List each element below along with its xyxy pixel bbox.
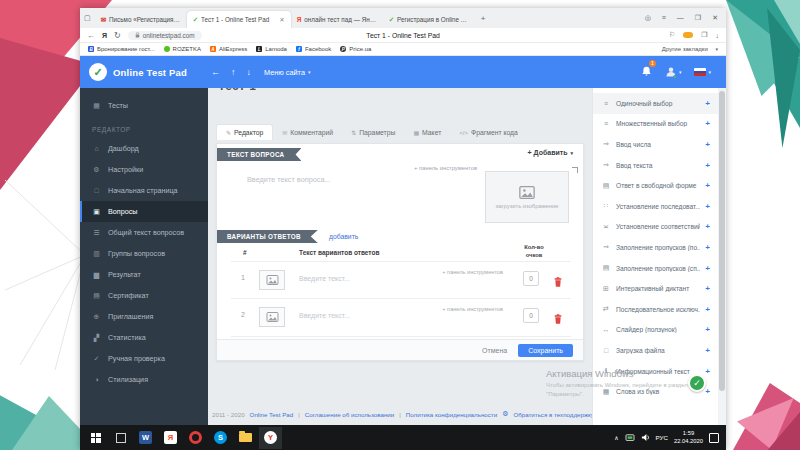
footer-terms-link[interactable]: Соглашение об использовании [305,411,394,418]
site-up-icon[interactable]: ↑ [231,67,236,77]
bookmark-facebook[interactable]: fFacebook [296,46,331,52]
tab-layout[interactable]: ▦Макет [404,125,450,140]
add-answer-link[interactable]: добавить [329,233,358,240]
window-restore-button[interactable]: ❐ [695,14,701,22]
protect-shield-icon[interactable]: ✓ [688,374,706,392]
site-menu-button[interactable]: Меню сайта▾ [264,68,310,77]
plus-icon[interactable]: + [705,99,710,108]
notifications-bell-icon[interactable]: 1 [641,63,652,81]
tab-panel-icon[interactable]: ▢ [84,14,91,22]
browser-menu-icon[interactable]: ≡ [662,14,666,22]
sidebar-item-start-page[interactable]: □Начальная страница [80,180,208,201]
sidebar-item-certificate[interactable]: ▤Сертификат [80,285,208,306]
plus-icon[interactable]: + [705,222,710,231]
plus-icon[interactable]: + [705,181,710,190]
sidebar-item-common-text[interactable]: ☰Общий текст вопросов [80,222,208,243]
plus-icon[interactable]: + [705,264,710,273]
taskbar-yandex[interactable]: Я [159,427,182,449]
sidebar-item-invitations[interactable]: ⊕Приглашения [80,306,208,327]
bookmark-booking[interactable]: BБронирование гост... [88,46,155,52]
plus-icon[interactable]: + [705,161,710,170]
qtype-multiple-choice[interactable]: ≡Множественный выбор+ [593,114,718,135]
tab-parameters[interactable]: ⇅Параметры [342,125,404,140]
answer-text-input[interactable]: Введите текст... [299,275,350,282]
toolbar-panel-link[interactable]: + панель инструментов [414,165,477,171]
qtype-interactive-dictation[interactable]: ⊞Интерактивный диктант+ [593,278,718,299]
cancel-button[interactable]: Отмена [482,347,507,354]
save-button[interactable]: Сохранить [518,344,573,357]
user-account-icon[interactable]: ▾ [665,66,682,78]
bookmark-lamoda[interactable]: LLamoda [256,46,287,52]
otp-logo-icon[interactable]: ✓ [89,63,107,81]
browser-profile-icon[interactable]: ◎ [645,14,651,22]
qtype-free-answer[interactable]: ▤Ответ в свободной форме+ [593,175,718,196]
collections-icon[interactable]: ❐ [701,31,707,39]
volume-icon[interactable] [641,433,650,442]
plus-icon[interactable]: + [705,284,710,293]
taskbar-word[interactable]: W [134,427,157,449]
clock[interactable]: 1:5922.04.2020 [674,430,703,444]
turbo-icon[interactable] [683,32,693,38]
footer-brand-link[interactable]: Online Test Pad [250,411,294,418]
window-minimize-button[interactable]: — [677,14,684,22]
browser-tab-active[interactable]: ✓ Тест 1 - Online Test Pad ✕ [187,11,291,28]
network-icon[interactable] [625,434,635,442]
answer-image-button[interactable] [259,270,285,290]
plus-icon[interactable]: + [705,305,710,314]
crop-icon[interactable] [572,167,578,173]
plus-icon[interactable]: + [705,202,710,211]
delete-answer-button[interactable] [554,310,562,328]
language-switcher[interactable]: ▾ [694,68,711,76]
new-tab-button[interactable]: + [481,14,486,23]
sidebar-item-statistics[interactable]: ▞Статистика [80,327,208,348]
site-down-icon[interactable]: ↓ [247,67,252,77]
language-indicator[interactable]: РУС [656,434,668,441]
sidebar-item-question-groups[interactable]: ▥Группы вопросов [80,243,208,264]
footer-privacy-link[interactable]: Политика конфиденциальности [406,411,497,418]
sidebar-item-result[interactable]: ▆Результат [80,264,208,285]
qtype-fill-gaps-list[interactable]: ▤Заполнение пропусков (сп...+ [593,258,718,279]
bookmark-aliexpress[interactable]: AAliExpress [210,46,247,52]
browser-tab[interactable]: ✓ Регистрация в Online Tes... [383,11,475,28]
plus-icon[interactable]: + [705,119,710,128]
qtype-fill-gaps-sequential[interactable]: ⇒Заполнение пропусков (по...+ [593,237,718,258]
address-bar[interactable]: onlinetestpad.com [128,31,202,40]
points-input[interactable]: 0 [523,271,539,286]
add-element-button[interactable]: + Добавить▾ [528,149,573,156]
bookmark-priceua[interactable]: PPrice.ua [340,46,371,52]
tab-comment[interactable]: ✉Комментарий [273,125,342,140]
plus-icon[interactable]: + [705,367,710,376]
task-view-button[interactable] [109,427,132,449]
browser-tab[interactable]: ✉ Письмо «Регистрация в O... [95,11,187,28]
bookmark-flag-icon[interactable]: ⚐ [669,31,675,39]
taskbar-explorer[interactable] [234,427,257,449]
browser-tab[interactable]: Я онлайн тест пад — Яндекс [291,11,383,28]
answer-image-button[interactable] [259,307,285,327]
upload-image-dropzone[interactable]: загрузить изображение [485,171,569,223]
start-button[interactable] [84,427,107,449]
toolbar-panel-link[interactable]: + панель инструментов [442,269,503,275]
sidebar-item-tests[interactable]: ▦Тесты [80,95,208,116]
bookmark-rozetka[interactable]: ROZETKA [164,46,201,52]
sidebar-item-questions[interactable]: ▣Вопросы [80,201,208,222]
browser-scrollbar[interactable] [718,88,726,425]
qtype-matching[interactable]: ≍Установление соответствий+ [593,217,718,238]
plus-icon[interactable]: + [705,346,710,355]
qtype-slider[interactable]: ↔Слайдер (ползунок)+ [593,320,718,341]
qtype-sequence[interactable]: ∷Установление последоват...+ [593,196,718,217]
tray-expand-icon[interactable]: ∧ [614,434,618,441]
plus-icon[interactable]: + [705,140,710,149]
taskbar-yandex-browser[interactable]: Y [259,427,282,449]
sidebar-item-dashboard[interactable]: ⌂Дашборд [80,138,208,159]
qtype-number-input[interactable]: ⇒Ввод числа+ [593,134,718,155]
scrollbar-thumb[interactable] [719,91,725,391]
toolbar-panel-link[interactable]: + панель инструментов [442,306,503,312]
delete-answer-button[interactable] [554,273,562,291]
plus-icon[interactable]: + [705,387,710,396]
qtype-text-input[interactable]: ⇒Ввод текста+ [593,155,718,176]
sidebar-item-manual-check[interactable]: ✓Ручная проверка [80,348,208,369]
action-center-icon[interactable] [709,433,719,443]
site-back-icon[interactable]: ← [211,67,220,77]
yandex-search-icon[interactable]: Я [102,32,107,39]
taskbar-skype[interactable]: S [209,427,232,449]
